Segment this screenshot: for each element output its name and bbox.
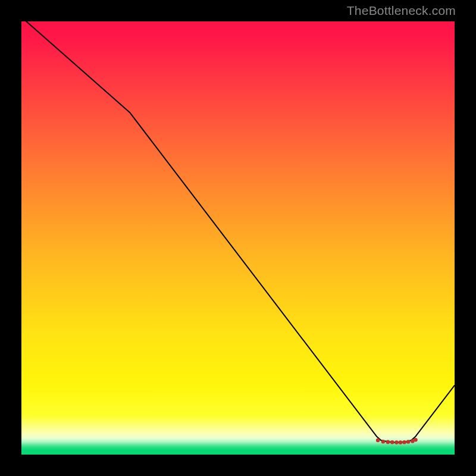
trace-line — [21, 21, 455, 443]
plot-area — [21, 21, 455, 455]
watermark-text: TheBottleneck.com — [347, 4, 456, 18]
valley-marker — [394, 440, 399, 444]
chart-svg — [21, 21, 455, 455]
valley-marker — [386, 440, 390, 444]
valley-marker — [406, 440, 411, 444]
valley-marker — [381, 440, 386, 444]
valley-marker — [376, 439, 380, 443]
valley-marker — [414, 438, 418, 442]
valley-marker — [399, 440, 403, 444]
valley-marker — [402, 440, 406, 444]
valley-markers — [376, 438, 418, 444]
valley-marker — [390, 440, 394, 444]
chart-frame: TheBottleneck.com — [0, 0, 476, 476]
